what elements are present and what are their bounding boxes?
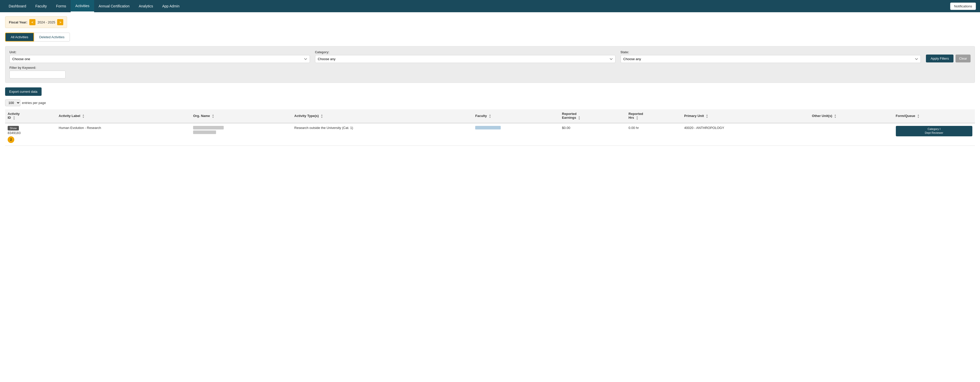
sort-icon-activity-types[interactable]: ▲▼ [321, 114, 323, 119]
nav-item-dashboard[interactable]: Dashboard [4, 0, 31, 12]
sort-icon-reported-hrs[interactable]: ▲▼ [636, 116, 638, 120]
keyword-input[interactable] [10, 71, 65, 78]
nav-item-forms[interactable]: Forms [51, 0, 71, 12]
category-label: Category: [315, 51, 616, 54]
fiscal-year-bar: Fiscal Year: < 2024 - 2025 > [5, 16, 67, 28]
tab-deleted-activities[interactable]: Deleted Activities [34, 33, 70, 41]
show-button[interactable]: Show [8, 126, 19, 130]
col-header-activity-label: Activity Label ▲▼ [56, 109, 191, 123]
col-header-form-queue: Form/Queue ▲▼ [893, 109, 975, 123]
sort-icon-org-name[interactable]: ▲▼ [212, 114, 214, 119]
keyword-filter-row: Filter by Keyword: [10, 66, 970, 78]
filter-actions: Apply Filters Clear [926, 54, 970, 63]
main-content: Fiscal Year: < 2024 - 2025 > All Activit… [0, 12, 980, 382]
category-filter-group: Category: Choose any [315, 51, 616, 63]
sort-icon-faculty[interactable]: ▲▼ [489, 114, 491, 119]
cell-faculty [473, 123, 559, 146]
nav-item-analytics[interactable]: Analytics [134, 0, 158, 12]
fiscal-year-label: Fiscal Year: [9, 21, 27, 24]
fiscal-year-next-button[interactable]: > [57, 19, 63, 25]
tab-all-activities[interactable]: All Activities [5, 33, 34, 41]
apply-filters-button[interactable]: Apply Filters [926, 54, 953, 62]
cell-activity-type: Research outside the University (Cat. 1) [292, 123, 473, 146]
form-queue-line1: Category I [928, 127, 940, 130]
unit-filter-group: Unit: Choose one [10, 51, 310, 63]
activity-badge[interactable]: 2 [8, 136, 14, 143]
notifications-button[interactable]: Notifications [950, 3, 976, 10]
col-header-reported-hrs: ReportedHrs ▲▼ [626, 109, 682, 123]
entries-per-page-select[interactable]: 100 50 25 10 [5, 99, 21, 106]
fiscal-year-value: 2024 - 2025 [38, 21, 55, 24]
activity-id-value: 8349183 [8, 131, 21, 135]
state-label: State: [620, 51, 921, 54]
state-select[interactable]: Choose any [620, 55, 921, 63]
unit-select[interactable]: Choose one [10, 55, 310, 63]
cell-reported-earnings: $0.00 [559, 123, 626, 146]
col-header-activity-id: ActivityID ▲▼ [5, 109, 56, 123]
nav-bar: Dashboard Faculty Forms Activities Annua… [0, 0, 980, 12]
col-header-other-units: Other Unit(s) ▲▼ [809, 109, 893, 123]
nav-item-faculty[interactable]: Faculty [31, 0, 51, 12]
cell-org-name [191, 123, 291, 146]
category-select[interactable]: Choose any [315, 55, 616, 63]
entries-per-page-label: entries per page [22, 101, 46, 105]
sort-icon-reported-earnings[interactable]: ▲▼ [578, 116, 580, 120]
tabs-row: All Activities Deleted Activities [5, 33, 975, 41]
export-row: Export current data [5, 87, 975, 96]
sort-icon-primary-unit[interactable]: ▲▼ [706, 114, 708, 119]
sort-icon-activity-label[interactable]: ▲▼ [82, 114, 84, 119]
col-header-faculty: Faculty ▲▼ [473, 109, 559, 123]
entries-row: 100 50 25 10 entries per page [5, 99, 975, 106]
sort-icon-activity-id[interactable]: ▲▼ [13, 116, 15, 120]
export-button[interactable]: Export current data [5, 87, 41, 96]
cell-primary-unit: 40020 - ANTHROPOLOGY [682, 123, 809, 146]
col-header-activity-types: Activity Type(s) ▲▼ [292, 109, 473, 123]
form-queue-badge: Category I Dept Reviewer [896, 126, 972, 136]
cell-activity-label: Human Evolution - Research [56, 123, 191, 146]
cell-reported-hrs: 0.00 hr [626, 123, 682, 146]
fiscal-year-prev-button[interactable]: < [29, 19, 35, 25]
unit-label: Unit: [10, 51, 310, 54]
org-name-redacted-2 [193, 130, 216, 134]
activities-table: ActivityID ▲▼ Activity Label ▲▼ Org. Nam… [5, 109, 975, 146]
cell-activity-id: Show 8349183 2 [5, 123, 56, 146]
cell-other-units [809, 123, 893, 146]
nav-item-activities[interactable]: Activities [71, 0, 94, 12]
nav-item-app-admin[interactable]: App Admin [158, 0, 184, 12]
table-header-row: ActivityID ▲▼ Activity Label ▲▼ Org. Nam… [5, 109, 975, 123]
org-name-redacted-1 [193, 126, 224, 130]
col-header-reported-earnings: ReportedEarnings ▲▼ [559, 109, 626, 123]
faculty-redacted [475, 126, 501, 130]
sort-icon-other-units[interactable]: ▲▼ [834, 114, 837, 119]
col-header-org-name: Org. Name ▲▼ [191, 109, 291, 123]
table-row: Show 8349183 2 Human Evolution - Researc… [5, 123, 975, 146]
cell-form-queue: Category I Dept Reviewer [893, 123, 975, 146]
form-queue-line2: Dept Reviewer [925, 131, 943, 134]
filter-section: Unit: Choose one Category: Choose any St… [5, 46, 975, 83]
col-header-primary-unit: Primary Unit ▲▼ [682, 109, 809, 123]
nav-item-annual-certification[interactable]: Annual Certification [94, 0, 134, 12]
clear-filters-button[interactable]: Clear [956, 54, 970, 62]
sort-icon-form-queue[interactable]: ▲▼ [917, 114, 920, 119]
keyword-label: Filter by Keyword: [10, 66, 970, 70]
state-filter-group: State: Choose any [620, 51, 921, 63]
